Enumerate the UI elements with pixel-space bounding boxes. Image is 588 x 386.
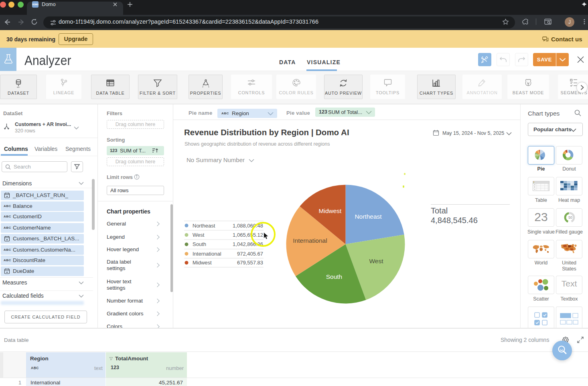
svg-text:International: International	[293, 237, 327, 244]
svg-text:972,405.67: 972,405.67	[237, 251, 263, 257]
svg-text:Northeast: Northeast	[355, 213, 382, 220]
svg-text:Midwest: Midwest	[319, 207, 342, 214]
svg-text:South: South	[326, 273, 343, 280]
svg-text:50: 50	[568, 215, 572, 219]
svg-text:Midwest: Midwest	[193, 260, 212, 266]
svg-text:International: International	[193, 251, 221, 257]
svg-text:West: West	[193, 232, 205, 238]
svg-text:Northeast: Northeast	[193, 223, 215, 229]
svg-text:West: West	[369, 258, 383, 264]
svg-text:South: South	[193, 241, 206, 247]
svg-text:679,557.83: 679,557.83	[237, 260, 263, 266]
